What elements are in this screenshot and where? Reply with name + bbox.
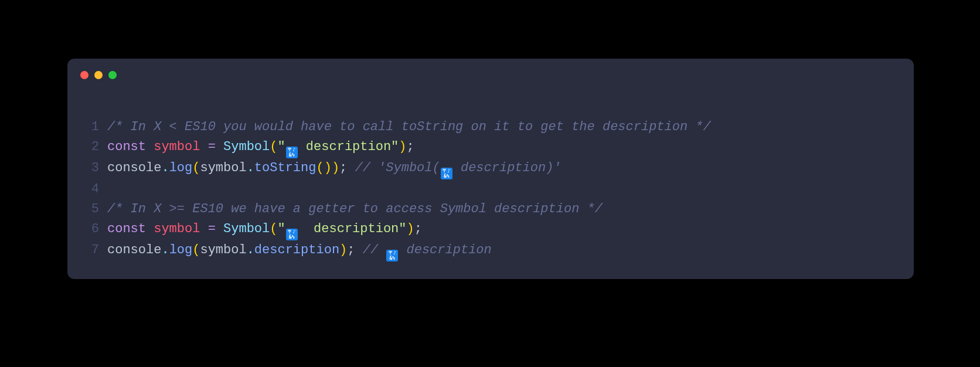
code-line[interactable]: 6const symbol = Symbol("〒♪&% description… (79, 219, 902, 240)
code-token: // 'Symbol( (355, 161, 440, 175)
code-token: Symbol (223, 140, 270, 154)
code-token (146, 140, 154, 154)
minimize-icon[interactable] (94, 71, 103, 79)
code-token (146, 222, 154, 236)
code-line[interactable]: 1/* In X < ES10 you would have to call t… (79, 117, 902, 137)
code-token: ; (407, 140, 414, 154)
code-token (216, 222, 223, 236)
code-token: . (161, 161, 169, 175)
code-token: Symbol (223, 222, 270, 236)
code-token (200, 222, 207, 236)
code-token: log (169, 243, 193, 257)
code-token: description" (298, 222, 407, 236)
window-titlebar (67, 59, 914, 91)
code-token: description)' (453, 161, 562, 175)
code-line[interactable]: 7console.log(symbol.description); // 〒♪&… (79, 240, 902, 261)
code-token: console (107, 161, 161, 175)
code-content[interactable]: console.log(symbol.description); // 〒♪&%… (107, 240, 492, 261)
zoom-icon[interactable] (108, 71, 117, 79)
code-content[interactable]: const symbol = Symbol("〒♪&% description"… (107, 137, 414, 158)
code-token: const (107, 222, 146, 236)
code-content[interactable]: const symbol = Symbol("〒♪&% description"… (107, 219, 422, 240)
code-token: = (208, 222, 216, 236)
code-token: ( (192, 161, 200, 175)
code-content[interactable]: /* In X < ES10 you would have to call to… (107, 117, 711, 137)
code-token: ) (407, 222, 414, 236)
code-window: 1/* In X < ES10 you would have to call t… (67, 59, 914, 279)
code-token: ) (399, 140, 406, 154)
code-token: . (247, 161, 254, 175)
code-token: description (254, 243, 339, 257)
code-token: ( (270, 140, 277, 154)
code-line[interactable]: 4 (79, 179, 902, 199)
code-editor[interactable]: 1/* In X < ES10 you would have to call t… (67, 91, 914, 279)
code-token: const (107, 140, 146, 154)
code-token: = (208, 140, 216, 154)
line-number: 3 (79, 158, 99, 178)
code-line[interactable]: 2const symbol = Symbol("〒♪&% description… (79, 137, 902, 158)
code-token: /* In X >= ES10 we have a getter to acce… (107, 202, 603, 216)
code-line[interactable]: 5/* In X >= ES10 we have a getter to acc… (79, 199, 902, 219)
code-token: toString (254, 161, 317, 175)
code-token: ; (414, 222, 422, 236)
code-line[interactable]: 3console.log(symbol.toString()); // 'Sym… (79, 158, 902, 179)
code-token: symbol (200, 243, 246, 257)
symbols-emoji-icon: 〒♪&% (441, 168, 452, 179)
line-number: 4 (79, 179, 99, 199)
code-token: ) (332, 161, 339, 175)
code-token: ( (270, 222, 277, 236)
code-token: console (107, 243, 161, 257)
line-number: 1 (79, 117, 99, 137)
code-token: description (399, 243, 491, 257)
code-token: " (277, 222, 285, 236)
code-token (347, 161, 355, 175)
code-token: symbol (200, 161, 246, 175)
code-token: log (169, 161, 193, 175)
code-token: . (161, 243, 169, 257)
code-token: symbol (154, 140, 200, 154)
code-content[interactable]: console.log(symbol.toString()); // 'Symb… (107, 158, 562, 179)
code-token: () (316, 161, 331, 175)
symbols-emoji-icon: 〒♪&% (286, 229, 298, 240)
line-number: 5 (79, 199, 99, 219)
code-token: /* In X < ES10 you would have to call to… (107, 120, 711, 134)
code-content[interactable]: /* In X >= ES10 we have a getter to acce… (107, 199, 603, 219)
code-token: ; (347, 243, 355, 257)
line-number: 2 (79, 137, 99, 157)
code-token: symbol (154, 222, 200, 236)
symbols-emoji-icon: 〒♪&% (386, 250, 398, 261)
code-token: description" (298, 140, 399, 154)
line-number: 6 (79, 219, 99, 239)
code-token: ( (192, 243, 200, 257)
code-token (355, 243, 363, 257)
code-token: // (363, 243, 386, 257)
code-token (200, 140, 207, 154)
close-icon[interactable] (80, 71, 89, 79)
code-token (216, 140, 223, 154)
code-token: ) (339, 243, 347, 257)
code-token: ; (339, 161, 347, 175)
line-number: 7 (79, 240, 99, 260)
code-token: . (247, 243, 254, 257)
symbols-emoji-icon: 〒♪&% (286, 147, 298, 158)
code-token: " (277, 140, 285, 154)
